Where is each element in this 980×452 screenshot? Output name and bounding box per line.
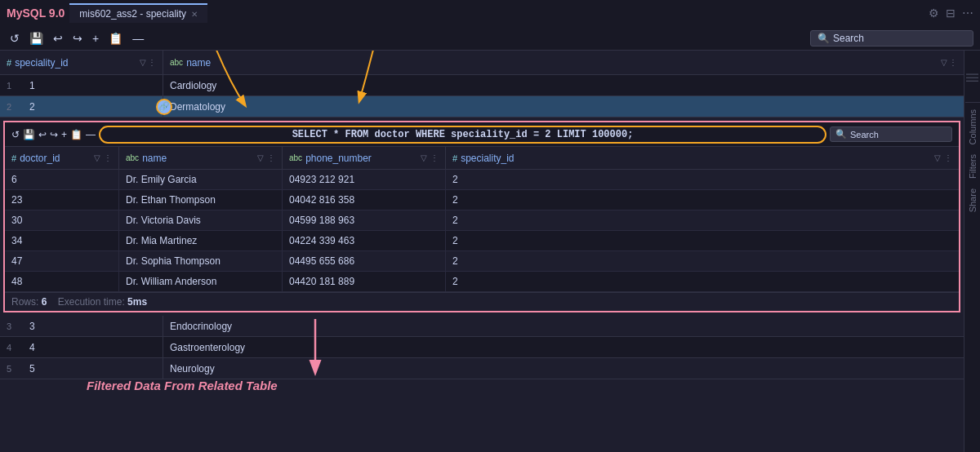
filter-icon[interactable]: ▽ (140, 58, 146, 67)
filtered-data-label: Filtered Data From Related Table (87, 379, 278, 392)
speciality-row-5[interactable]: 5 5 Neurology (0, 358, 964, 379)
more-icon[interactable]: ⋮ (148, 58, 156, 67)
dcell-spec-1: 2 (446, 190, 959, 210)
doctor-name-col-header: abc name ▽ ⋮ (119, 147, 283, 169)
share-label[interactable]: Share (966, 185, 979, 215)
cell-id-value-3: 3 (29, 321, 35, 332)
cell-speciality-id-4: 4 4 (0, 337, 163, 357)
cell-id-value-5: 5 (29, 363, 35, 374)
content-area: # speciality_id ▽ ⋮ abc name ▽ ⋮ (0, 51, 964, 452)
undo-btn-2[interactable]: ↩ (38, 129, 47, 140)
speciality-row-4[interactable]: 4 4 Gastroenterology (0, 337, 964, 358)
cell-name-value-3: Endocrinology (170, 321, 232, 332)
rel-icon-arrow (351, 51, 416, 113)
delete-btn-2[interactable]: — (86, 129, 96, 140)
doctor-search[interactable]: 🔍 Search (830, 126, 952, 142)
speciality-row-2[interactable]: 2 2 🔗 Dermatology (0, 96, 964, 117)
undo-button[interactable]: ↩ (50, 30, 66, 47)
filter-icon-d1[interactable]: ▽ (94, 153, 100, 162)
dcell-phone-0: 04923 212 921 (283, 170, 446, 189)
query-display: SELECT * FROM doctor WHERE speciality_id… (99, 126, 826, 144)
save-btn-2[interactable]: 💾 (23, 129, 35, 140)
speciality-row-1[interactable]: 1 1 Cardiology (0, 75, 964, 96)
speciality-section: # speciality_id ▽ ⋮ abc name ▽ ⋮ (0, 51, 964, 379)
dcell-phone-1: 04042 816 358 (283, 190, 446, 210)
cell-name-3: Endocrinology (163, 316, 964, 336)
copy-button[interactable]: 📋 (105, 30, 126, 47)
add-btn-2[interactable]: + (61, 129, 67, 140)
dcell-phone-4: 04495 655 686 (283, 251, 446, 271)
dcell-spec-5: 2 (446, 272, 959, 291)
exec-value: 5ms (127, 296, 147, 308)
delete-button[interactable]: — (129, 30, 147, 47)
cell-speciality-id-5: 5 5 (0, 358, 163, 379)
filter-icon-d4[interactable]: ▽ (934, 153, 941, 162)
speciality-row-3[interactable]: 3 3 Endocrinology (0, 316, 964, 337)
dcell-name-2: Dr. Victoria Davis (119, 210, 283, 230)
columns-label[interactable]: Columns (966, 106, 979, 148)
cell-id-value-4: 4 (29, 342, 35, 353)
title-bar-right: ⚙ ⊟ ⋯ (929, 7, 973, 20)
redo-button[interactable]: ↪ (69, 30, 86, 47)
more-icon-d3[interactable]: ⋮ (430, 153, 439, 162)
doctor-row-4[interactable]: 47 Dr. Sophia Thompson 04495 655 686 2 (5, 251, 959, 272)
app-logo: MySQL 9.0 (7, 7, 65, 20)
active-tab[interactable]: mis602_ass2 - speciality ✕ (69, 3, 207, 23)
spec-label: speciality_id (461, 153, 514, 164)
scrollbar-indicator: ||| (965, 54, 980, 103)
bottom-rows: 3 3 Endocrinology 4 4 Gastroenterology (0, 316, 964, 379)
more-icon-d2[interactable]: ⋮ (267, 153, 275, 162)
dcell-id-5: 48 (5, 272, 119, 291)
more-icon-d4[interactable]: ⋮ (944, 153, 952, 162)
settings-icon[interactable]: ⚙ (929, 7, 939, 20)
relationship-icon[interactable]: 🔗 (156, 99, 172, 115)
filtered-data-arrow (299, 319, 332, 376)
more-icon-2[interactable]: ⋮ (949, 58, 957, 67)
layout-icon[interactable]: ⊟ (946, 7, 956, 20)
dcell-id-2: 30 (5, 210, 119, 230)
add-button[interactable]: + (89, 30, 102, 47)
doctor-row-1[interactable]: 23 Dr. Ethan Thompson 04042 816 358 2 (5, 190, 959, 210)
row-num-4: 4 (7, 343, 23, 352)
filter-icon-d3[interactable]: ▽ (421, 153, 427, 162)
doctor-toolbar: ↺ 💾 ↩ ↪ + 📋 — SELECT * FROM doctor WHERE… (5, 122, 959, 147)
filters-label[interactable]: Filters (966, 151, 979, 182)
dcell-id-0: 6 (5, 170, 119, 189)
dcell-phone-2: 04599 188 963 (283, 210, 446, 230)
save-button[interactable]: 💾 (26, 30, 47, 47)
refresh-btn-2[interactable]: ↺ (11, 129, 20, 140)
doctor-row-0[interactable]: 6 Dr. Emily Garcia 04923 212 921 2 (5, 170, 959, 190)
dcell-id-3: 34 (5, 231, 119, 250)
rows-label: Rows: (11, 296, 38, 308)
refresh-button[interactable]: ↺ (7, 30, 23, 47)
filter-icon-2[interactable]: ▽ (941, 58, 947, 67)
more-icon[interactable]: ⋯ (962, 7, 973, 20)
status-bar: Rows: 6 Execution time: 5ms (5, 292, 959, 311)
doctor-row-5[interactable]: 48 Dr. William Anderson 04420 181 889 2 (5, 272, 959, 292)
dcell-spec-3: 2 (446, 231, 959, 250)
name-col-icons: ▽ ⋮ (941, 58, 957, 67)
rows-value: 6 (42, 296, 47, 308)
copy-btn-2[interactable]: 📋 (70, 129, 82, 140)
filter-icon-d2[interactable]: ▽ (257, 153, 264, 162)
doctor-sub-table: Filtered Data From Related Table ↺ 💾 ↩ ↪ (3, 121, 960, 312)
cell-speciality-id-2: 2 2 🔗 (0, 96, 163, 117)
more-icon-d1[interactable]: ⋮ (104, 153, 112, 162)
doctor-row-3[interactable]: 34 Dr. Mia Martinez 04224 339 463 2 (5, 231, 959, 251)
tab-close-button[interactable]: ✕ (191, 10, 198, 19)
dcell-name-4: Dr. Sophia Thompson (119, 251, 283, 271)
doctor-phone-col-header: abc phone_number ▽ ⋮ (283, 147, 446, 169)
phone-label: phone_number (305, 153, 372, 164)
speciality-id-column-header: # speciality_id ▽ ⋮ (0, 51, 163, 74)
cell-speciality-id-3: 3 3 (0, 316, 163, 336)
dcell-spec-0: 2 (446, 170, 959, 189)
dcell-id-1: 23 (5, 190, 119, 210)
search-box[interactable]: 🔍 Search (810, 30, 973, 47)
abc-icon-d: abc (126, 153, 139, 162)
row-num-5: 5 (7, 364, 23, 374)
cell-speciality-id-1: 1 1 (0, 75, 163, 95)
dcell-name-1: Dr. Ethan Thompson (119, 190, 283, 210)
doctor-row-2[interactable]: 30 Dr. Victoria Davis 04599 188 963 2 (5, 210, 959, 231)
redo-btn-2[interactable]: ↪ (50, 129, 58, 140)
search-icon: 🔍 (817, 33, 830, 44)
